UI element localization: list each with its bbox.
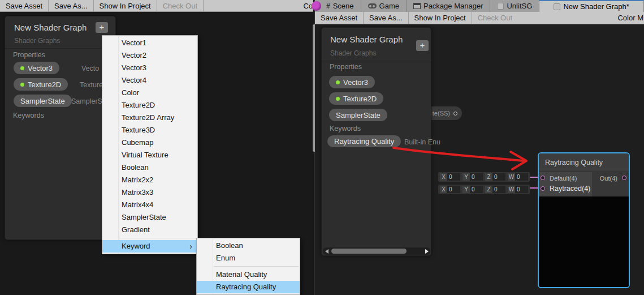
exposed-dot-icon bbox=[20, 83, 24, 87]
menu-item-gradient[interactable]: Gradient bbox=[102, 224, 197, 236]
axis-label: X bbox=[440, 186, 447, 193]
check-out-button: Check Out bbox=[157, 0, 203, 11]
tab-label: New Shader Graph* bbox=[563, 2, 629, 11]
save-as-button[interactable]: Save As... bbox=[364, 12, 408, 24]
tab-label: Package Manager bbox=[423, 2, 483, 10]
property-pill-vector3[interactable]: Vector3 bbox=[329, 76, 375, 88]
value-field[interactable]: 0 bbox=[470, 173, 483, 181]
tab-game[interactable]: Game bbox=[361, 0, 407, 12]
input-port-default[interactable] bbox=[541, 176, 545, 180]
left-toolbar: Save Asset Save As... Show In Project Ch… bbox=[0, 0, 313, 12]
menu-separator bbox=[214, 266, 299, 267]
menu-item-texture2d[interactable]: Texture2D bbox=[102, 99, 197, 112]
tab-scene[interactable]: # Scene bbox=[315, 0, 361, 12]
properties-section-label: Properties bbox=[13, 51, 45, 59]
scroll-left-arrow-icon[interactable] bbox=[325, 249, 329, 254]
tab-new-shader-graph[interactable]: New Shader Graph* bbox=[539, 0, 644, 12]
menu-item-matrix3x3[interactable]: Matrix3x3 bbox=[102, 186, 197, 199]
blackboard-panel[interactable]: New Shader Graph Shader Graphs + Propert… bbox=[321, 27, 431, 256]
property-name: SamplerState bbox=[336, 111, 381, 119]
property-pill-texture2d[interactable]: Texture2D bbox=[329, 92, 383, 105]
shader-graph-icon bbox=[497, 3, 504, 10]
keywords-section-label: Keywords bbox=[330, 125, 361, 132]
scene-icon: # bbox=[326, 2, 330, 10]
menu-item-samplerstate[interactable]: SamplerState bbox=[102, 211, 197, 224]
value-field[interactable]: 0 bbox=[515, 186, 528, 193]
submenu-item-raytracing-quality[interactable]: Raytracing Quality bbox=[197, 281, 300, 293]
property-name: SamplerState bbox=[20, 97, 65, 105]
keywords-section-label: Keywords bbox=[13, 112, 44, 119]
submenu-item-enum[interactable]: Enum bbox=[197, 252, 300, 264]
menu-item-virtual-texture[interactable]: Virtual Texture bbox=[102, 149, 197, 161]
property-type-label: Texture bbox=[80, 81, 103, 89]
save-as-button[interactable]: Save As... bbox=[49, 0, 93, 11]
show-in-project-button[interactable]: Show In Project bbox=[409, 12, 472, 24]
keyword-type-label: Built-in Enu bbox=[404, 138, 440, 146]
value-field[interactable]: 0 bbox=[470, 186, 483, 193]
property-name: Vector3 bbox=[343, 78, 368, 87]
value-field[interactable]: 0 bbox=[492, 186, 505, 193]
value-field[interactable]: 0 bbox=[492, 173, 505, 181]
property-pill-samplerstate[interactable]: SamplerState bbox=[14, 95, 72, 107]
axis-label: Z bbox=[485, 173, 492, 181]
menu-item-matrix4x4[interactable]: Matrix4x4 bbox=[102, 199, 197, 211]
menu-item-vector3[interactable]: Vector3 bbox=[102, 62, 197, 74]
property-pill-texture2d[interactable]: Texture2D bbox=[14, 78, 68, 91]
keyword-pill-raytracing-quality[interactable]: Raytracing Quality bbox=[327, 135, 401, 147]
left-shader-graph-window: Save Asset Save As... Show In Project Ch… bbox=[0, 0, 313, 295]
add-property-button[interactable]: + bbox=[416, 40, 429, 51]
material-sphere-icon bbox=[312, 1, 321, 11]
output-port-out[interactable] bbox=[622, 176, 626, 180]
menu-item-boolean[interactable]: Boolean bbox=[102, 161, 197, 174]
save-asset-button[interactable]: Save Asset bbox=[0, 0, 48, 11]
axis-label: W bbox=[508, 186, 515, 193]
package-manager-icon bbox=[413, 3, 421, 9]
exposed-dot-icon bbox=[336, 97, 340, 101]
blackboard-subtitle: Shader Graphs bbox=[330, 49, 376, 57]
input-port-raytraced[interactable] bbox=[541, 186, 545, 191]
screen: Save Asset Save As... Show In Project Ch… bbox=[0, 0, 644, 295]
exposed-dot-icon bbox=[20, 66, 24, 70]
blackboard-panel[interactable]: New Shader Graph Shader Graphs + Propert… bbox=[5, 16, 116, 240]
menu-item-texture2d-array[interactable]: Texture2D Array bbox=[102, 112, 197, 124]
color-mode-button-clipped[interactable]: Color M bbox=[617, 12, 643, 24]
axis-label: W bbox=[508, 173, 515, 181]
blackboard-title: New Shader Graph bbox=[330, 35, 403, 44]
tab-package-manager[interactable]: Package Manager bbox=[407, 0, 491, 12]
menu-item-vector2[interactable]: Vector2 bbox=[102, 49, 197, 62]
property-name: Vector3 bbox=[28, 64, 53, 72]
right-toolbar: Save Asset Save As... Show In Project Ch… bbox=[315, 12, 644, 24]
tab-unlitsg[interactable]: UnlitSG bbox=[490, 0, 539, 12]
tab-label: Game bbox=[379, 2, 399, 10]
scroll-right-arrow-icon[interactable] bbox=[425, 249, 429, 254]
menu-item-texture3d[interactable]: Texture3D bbox=[102, 124, 197, 136]
properties-section-label: Properties bbox=[330, 63, 362, 71]
show-in-project-button[interactable]: Show In Project bbox=[94, 0, 157, 11]
property-pill-samplerstate[interactable]: SamplerState bbox=[329, 109, 387, 121]
right-shader-graph-window: # Scene Game Package Manager UnlitSG New… bbox=[315, 0, 644, 295]
save-asset-button[interactable]: Save Asset bbox=[315, 12, 363, 24]
keyword-submenu: Boolean Enum Material Quality Raytracing… bbox=[196, 238, 300, 295]
menu-item-cubemap[interactable]: Cubemap bbox=[102, 136, 197, 149]
divider bbox=[322, 62, 431, 62]
blackboard-horizontal-scrollbar[interactable] bbox=[323, 247, 430, 255]
menu-item-vector4[interactable]: Vector4 bbox=[102, 74, 197, 87]
menu-item-vector1[interactable]: Vector1 bbox=[102, 37, 197, 49]
add-property-button[interactable]: + bbox=[96, 22, 108, 33]
menu-item-color[interactable]: Color bbox=[102, 87, 197, 99]
check-out-button: Check Out bbox=[472, 12, 518, 24]
property-type-label: SamplerSt bbox=[71, 97, 104, 105]
property-pill-vector3[interactable]: Vector3 bbox=[14, 62, 59, 74]
output-port-icon[interactable] bbox=[453, 112, 457, 116]
value-field[interactable]: 0 bbox=[447, 186, 460, 193]
axis-label: Y bbox=[463, 186, 470, 193]
value-field[interactable]: 0 bbox=[447, 173, 460, 181]
scrollbar-thumb[interactable] bbox=[331, 249, 407, 254]
submenu-item-boolean[interactable]: Boolean bbox=[197, 240, 300, 252]
raytracing-quality-node[interactable]: Raytracing Quality Default(4) Raytraced(… bbox=[538, 152, 630, 288]
axis-label: Z bbox=[485, 186, 492, 193]
menu-item-matrix2x2[interactable]: Matrix2x2 bbox=[102, 174, 197, 186]
menu-item-keyword[interactable]: Keyword › bbox=[102, 240, 197, 253]
value-field[interactable]: 0 bbox=[515, 173, 528, 181]
submenu-item-material-quality[interactable]: Material Quality bbox=[197, 268, 300, 281]
